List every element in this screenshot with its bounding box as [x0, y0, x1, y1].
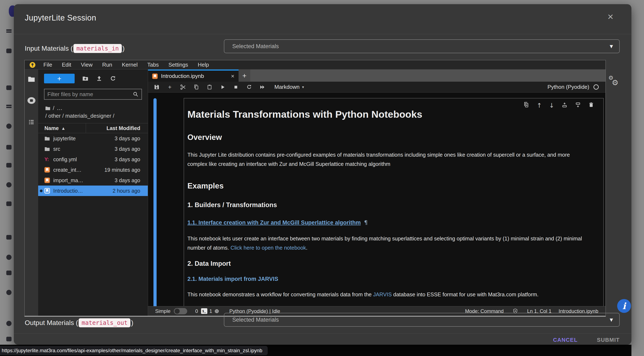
table-of-contents-tab-icon[interactable] [28, 119, 35, 125]
cut-icon[interactable] [180, 84, 186, 90]
refresh-icon[interactable] [110, 75, 116, 82]
column-header-name[interactable]: Name ▲ [38, 123, 86, 133]
file-row-import-material[interactable]: import_ma… 3 days ago [38, 175, 148, 185]
output-materials-dropdown[interactable]: Selected Materials ▼ [224, 313, 620, 327]
markdown-cell[interactable]: ↑ ↓ [184, 98, 604, 306]
file-filter-input[interactable] [48, 91, 133, 98]
restart-kernel-icon[interactable] [246, 84, 252, 90]
examples-heading: Examples [188, 181, 591, 190]
breadcrumb-ellipsis[interactable]: … [57, 104, 62, 112]
background-app-icon [6, 321, 12, 326]
notebook-content: ↑ ↓ [148, 93, 606, 306]
kernels-count[interactable]: 1 [210, 308, 212, 314]
modal-close-icon[interactable]: × [608, 12, 614, 22]
jupyterlite-logo-icon [29, 62, 36, 68]
background-app-icon [6, 163, 12, 168]
folder-icon [44, 136, 50, 141]
menu-settings[interactable]: Settings [164, 62, 193, 68]
menu-help[interactable]: Help [193, 62, 214, 68]
divider [14, 34, 632, 34]
menu-view[interactable]: View [76, 62, 98, 68]
screen: JupyterLite Session × Input Materials (m… [0, 0, 644, 356]
insert-cell-above-icon[interactable] [562, 102, 568, 109]
move-cell-up-icon[interactable]: ↑ [537, 102, 542, 109]
file-row-config-yml[interactable]: Y: config.yml 3 days ago [38, 154, 148, 165]
modal-title: JupyterLite Session [25, 13, 96, 22]
yaml-file-icon: Y: [44, 157, 50, 162]
paste-icon[interactable] [206, 84, 212, 90]
upload-icon[interactable] [96, 75, 102, 82]
background-app-sidebar [0, 0, 14, 345]
notebook-panel: Introduction.ipynb × + + [148, 69, 606, 316]
input-materials-label: Input Materials (materials_in) [25, 41, 124, 55]
open-notebook-link[interactable]: Click here to open the notebook [230, 245, 306, 251]
breadcrumb: / … / other / materials_designer / [45, 104, 148, 120]
input-materials-dropdown[interactable]: Selected Materials ▼ [224, 39, 620, 53]
duplicate-cell-icon[interactable] [523, 102, 530, 109]
background-app-icon [6, 85, 12, 90]
jarvis-import-link[interactable]: 2.1. Materials import from JARVIS [188, 276, 278, 282]
overview-paragraph: This Jupyter Lite distribution contains … [188, 150, 591, 169]
chevron-down-icon: ▾ [302, 85, 304, 89]
cell-type-dropdown[interactable]: Markdown ▾ [274, 84, 304, 90]
insert-cell-icon[interactable]: + [167, 84, 173, 90]
file-row-introduction-selected[interactable]: Introductio… 2 hours ago [38, 185, 148, 196]
file-row-src[interactable]: src 3 days ago [38, 144, 148, 154]
background-app-icon [6, 255, 12, 260]
background-app-icon [6, 201, 12, 206]
new-folder-icon[interactable] [82, 75, 88, 82]
kernel-name[interactable]: Python (Pyodide) [548, 84, 589, 90]
tab-introduction-ipynb[interactable]: Introduction.ipynb × [148, 69, 238, 82]
cancel-button[interactable]: CANCEL [553, 337, 578, 343]
column-header-modified[interactable]: Last Modified [86, 125, 148, 131]
file-browser-panel: + [38, 69, 148, 316]
move-cell-down-icon[interactable]: ↓ [549, 102, 554, 109]
tab-bar: Introduction.ipynb × + [148, 69, 606, 82]
file-row-create-interface[interactable]: create_int… 19 minutes ago [38, 165, 148, 175]
terminals-count[interactable]: 0 [195, 308, 198, 314]
run-icon[interactable] [220, 84, 226, 90]
home-folder-icon[interactable] [45, 106, 50, 110]
notebook-icon [152, 73, 158, 79]
new-launcher-button[interactable]: + [44, 74, 75, 83]
settings-gears-icon[interactable]: ⚙ ⚙ [608, 75, 623, 89]
stop-icon[interactable] [233, 84, 239, 90]
run-all-icon[interactable] [259, 84, 266, 90]
terminal-icon[interactable]: $_ [201, 308, 207, 314]
menu-run[interactable]: Run [98, 62, 117, 68]
kernel-status-icon[interactable] [594, 84, 599, 90]
info-button[interactable]: i [617, 299, 631, 313]
running-sessions-tab-icon[interactable] [28, 97, 36, 104]
file-row-jupyterlite[interactable]: jupyterlite 3 days ago [38, 133, 148, 144]
search-icon[interactable] [133, 91, 138, 97]
save-icon[interactable] [154, 84, 160, 90]
folder-icon [44, 147, 50, 151]
insert-cell-below-icon[interactable] [575, 102, 581, 109]
submit-button[interactable]: SUBMIT [597, 337, 620, 343]
divider [14, 333, 632, 334]
background-app-icon [6, 29, 12, 34]
overview-heading: Overview [188, 133, 591, 142]
menu-tabs[interactable]: Tabs [142, 62, 164, 68]
simple-mode-label: Simple [155, 308, 170, 314]
pilcrow-anchor[interactable]: ¶ [364, 219, 368, 226]
menu-file[interactable]: File [38, 62, 57, 68]
markdown-rendered: Materials Transformations with Python No… [184, 98, 603, 299]
copy-icon[interactable] [193, 84, 199, 90]
kernel-chip-icon[interactable] [214, 308, 220, 314]
file-browser-tab-icon[interactable] [28, 76, 35, 82]
delete-cell-icon[interactable] [588, 102, 594, 109]
jarvis-link[interactable]: JARVIS [373, 292, 392, 297]
menu-edit[interactable]: Edit [57, 62, 76, 68]
sort-ascending-icon: ▲ [62, 126, 64, 130]
new-tab-button[interactable]: + [238, 69, 250, 82]
simple-mode-toggle[interactable] [174, 308, 187, 314]
interface-creation-link[interactable]: 1.1. Interface creation with Zur and McG… [188, 219, 361, 226]
tab-close-icon[interactable]: × [231, 73, 234, 80]
unsaved-dot-icon [40, 189, 42, 192]
breadcrumb-root[interactable]: / [53, 104, 54, 112]
breadcrumb-path[interactable]: / other / materials_designer / [45, 112, 148, 120]
menu-kernel[interactable]: Kernel [117, 62, 142, 68]
background-app-icon [6, 49, 12, 53]
cell-collapser-bar[interactable] [154, 98, 156, 306]
